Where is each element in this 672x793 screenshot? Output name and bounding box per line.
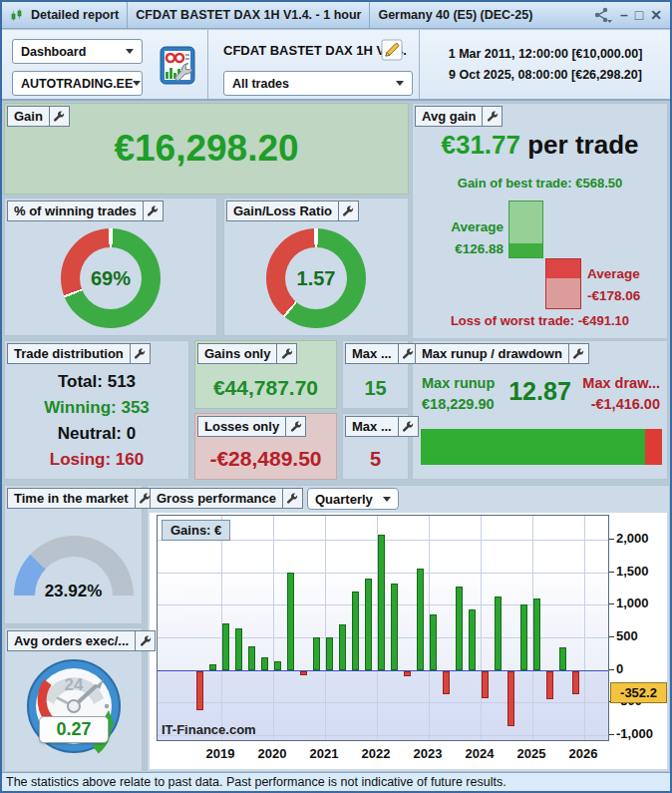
avg-gain-suffix: per trade xyxy=(520,130,639,160)
bar-chart-plot: Gains: € IT-Finance.com xyxy=(157,515,609,741)
x-axis-year-label: 2020 xyxy=(258,746,287,761)
gains-only-panel: Gains only €44,787.70 xyxy=(194,340,337,409)
runup-drawdown-bar xyxy=(421,429,662,465)
wrench-icon[interactable] xyxy=(135,631,155,650)
trade-distribution-title: Trade distribution xyxy=(8,344,130,363)
gain-loss-ratio-donut: 1.57 xyxy=(266,228,366,328)
x-axis-year-label: 2023 xyxy=(414,746,443,761)
wrench-icon[interactable] xyxy=(282,489,302,508)
year-gridline xyxy=(584,516,585,740)
account-select[interactable]: AUTOTRADING.EE xyxy=(12,71,143,96)
max-runup-drawdown-title: Max runup / drawdown xyxy=(416,344,568,363)
wrench-icon[interactable] xyxy=(276,344,296,363)
backtest-period: 1 Mar 2011, 12:00:00 [€10,000.00] 9 Oct … xyxy=(429,44,662,86)
wrench-icon[interactable] xyxy=(568,344,588,363)
wrench-icon[interactable] xyxy=(49,107,69,126)
clock-24h-icon: 24 xyxy=(18,654,130,770)
x-axis-year-label: 2021 xyxy=(310,746,339,761)
winning-percent-donut: 69% xyxy=(61,228,161,328)
y-axis-tick-label: 1,500 xyxy=(616,564,649,579)
y-tick-mark xyxy=(609,636,614,637)
chart-bar xyxy=(533,598,540,669)
share-icon[interactable] xyxy=(593,7,613,23)
chart-bar xyxy=(417,569,424,670)
wrench-icon[interactable] xyxy=(482,107,502,126)
avg-loss-segment xyxy=(546,259,580,278)
chevron-down-icon xyxy=(396,81,404,86)
title-segment-report: Detailed report xyxy=(2,2,127,28)
gain-loss-ratio-value: 1.57 xyxy=(297,267,336,290)
period-select[interactable]: Quarterly xyxy=(307,488,399,510)
toolbar-divider xyxy=(419,30,420,99)
chart-bar xyxy=(339,624,346,670)
chart-bar xyxy=(443,671,450,694)
chart-bar xyxy=(378,535,385,670)
wrench-icon[interactable] xyxy=(143,201,163,220)
max-consecutive-losses-panel: Max ... 5 xyxy=(342,413,409,480)
chart-bar xyxy=(391,584,398,670)
y-axis-tick-label: 500 xyxy=(616,628,638,643)
wrench-icon[interactable] xyxy=(338,201,358,220)
y-tick-mark xyxy=(609,669,614,670)
edit-pencil-icon[interactable] xyxy=(381,39,403,65)
year-gridline xyxy=(273,516,274,740)
chart-bar xyxy=(456,587,463,670)
candlestick-icon xyxy=(10,8,25,23)
chart-bar xyxy=(209,664,216,670)
x-axis-year-label: 2025 xyxy=(517,746,546,761)
chart-bar xyxy=(520,604,527,669)
y-tick-mark xyxy=(609,572,614,573)
view-select[interactable]: Dashboard xyxy=(12,39,143,64)
y-tick-mark xyxy=(609,734,614,735)
avg-orders-panel: Avg orders exec/... 24 xyxy=(4,627,143,772)
detailed-report-window: Detailed report CFDAT BASTET DAX 1H V1.4… xyxy=(0,0,672,793)
y-axis-tick-label: -1,000 xyxy=(616,726,653,741)
maximize-button[interactable]: □ xyxy=(635,8,643,22)
losses-only-value: -€28,489.50 xyxy=(195,447,336,471)
max-consecutive-losses-title: Max ... xyxy=(346,417,398,436)
chart-bar xyxy=(404,671,411,676)
chart-bar xyxy=(495,596,502,670)
gain-loss-ratio-title: Gain/Loss Ratio xyxy=(227,201,338,220)
y-tick-mark xyxy=(609,603,614,604)
chart-bar xyxy=(261,657,268,670)
max-drawdown-value: -€1,416.00 xyxy=(582,394,660,415)
max-runup-drawdown-panel: Max runup / drawdown Max runup €18,229.9… xyxy=(412,340,668,480)
chart-bar xyxy=(546,671,553,699)
chart-bar xyxy=(196,671,203,710)
dashboard-content: Gain €16,298.20 Avg gain €31.77 per trad… xyxy=(2,101,670,772)
wrench-icon[interactable] xyxy=(285,417,305,436)
wrench-icon[interactable] xyxy=(130,344,150,363)
toolbar-divider xyxy=(207,30,208,99)
avg-gain-panel-title: Avg gain xyxy=(416,107,482,126)
chart-bar xyxy=(430,614,437,670)
chart-bar xyxy=(222,623,229,670)
chart-bar xyxy=(287,573,294,670)
time-in-market-title: Time in the market xyxy=(8,489,135,508)
chevron-down-icon xyxy=(133,81,141,86)
winning-percent-panel: % of winning trades 69% xyxy=(4,198,217,336)
report-settings-icon[interactable] xyxy=(160,46,196,90)
max-consecutive-losses-value: 5 xyxy=(343,448,408,471)
zero-axis-line xyxy=(158,670,608,671)
x-axis-year-label: 2026 xyxy=(569,746,598,761)
avg-loss-bar xyxy=(545,258,581,309)
wrench-icon[interactable] xyxy=(398,417,418,436)
avg-loss-value: -€178.06 xyxy=(587,285,672,307)
chart-bar xyxy=(235,628,242,670)
chart-bar xyxy=(365,579,372,669)
trade-distribution-panel: Trade distribution Total: 513 Winning: 3… xyxy=(4,340,189,480)
gross-performance-panel: Gross performance Quarterly Gains: € IT-… xyxy=(147,485,670,772)
chart-bar xyxy=(248,646,255,669)
close-button[interactable]: ✕ xyxy=(650,8,662,22)
chart-body: Gains: € IT-Finance.com -352.2 201920202… xyxy=(150,513,667,769)
chevron-down-icon xyxy=(126,49,134,54)
max-consecutive-gains-value: 15 xyxy=(343,377,408,400)
minimize-button[interactable]: – xyxy=(620,8,628,22)
gains-only-title: Gains only xyxy=(198,344,276,363)
chart-series-chip: Gains: € xyxy=(162,520,230,541)
gain-loss-ratio-panel: Gain/Loss Ratio 1.57 xyxy=(223,198,409,336)
title-segment-instrument: Germany 40 (E5) (DEC-25) xyxy=(370,2,540,28)
winning-percent-title: % of winning trades xyxy=(8,201,143,220)
trades-filter-select[interactable]: All trades xyxy=(223,71,413,96)
